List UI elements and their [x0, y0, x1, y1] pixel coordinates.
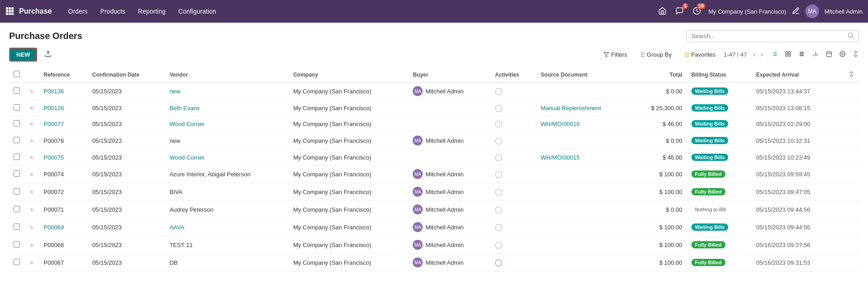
order-reference[interactable]: P00067: [44, 259, 64, 266]
source-document[interactable]: WH/MO/00015: [541, 154, 580, 161]
activities-cell[interactable]: ◯: [490, 201, 536, 218]
vendor-name[interactable]: Wood Corner: [169, 154, 204, 161]
row-checkbox[interactable]: [14, 241, 20, 247]
avatar[interactable]: MA: [805, 5, 819, 18]
row-checkbox[interactable]: [14, 137, 20, 143]
activity-clock-icon[interactable]: ◯: [495, 170, 503, 178]
prev-page-button[interactable]: ‹: [751, 50, 757, 59]
activities-cell[interactable]: ◯: [490, 254, 536, 272]
settings-cog-button[interactable]: [837, 49, 848, 60]
company-name[interactable]: My Company (San Francisco): [708, 8, 786, 15]
order-reference[interactable]: P00136: [44, 88, 64, 95]
row-checkbox[interactable]: [14, 188, 20, 194]
select-all-checkbox[interactable]: [14, 71, 20, 77]
chart-view-button[interactable]: [810, 49, 821, 60]
col-settings-icon[interactable]: [848, 72, 854, 78]
order-reference[interactable]: P00071: [44, 206, 64, 213]
source-document: [536, 132, 631, 150]
source-document[interactable]: Manual Replenishment: [541, 105, 601, 112]
activity-clock-icon[interactable]: ◯: [495, 205, 503, 213]
table-row: ★P0006905/15/2023AAVAMy Company (San Fra…: [9, 218, 859, 236]
activity-clock-icon[interactable]: ◯: [495, 241, 503, 248]
column-adjust-icon[interactable]: [853, 51, 859, 58]
next-page-button[interactable]: ›: [759, 50, 764, 59]
activities-cell[interactable]: ◯: [490, 236, 536, 254]
activities-cell[interactable]: ◯: [490, 218, 536, 236]
row-checkbox[interactable]: [14, 120, 20, 126]
activity-clock-icon[interactable]: ◯: [495, 223, 503, 231]
favorite-star[interactable]: ★: [29, 121, 35, 127]
row-checkbox[interactable]: [14, 259, 20, 265]
new-button[interactable]: NEW: [9, 48, 37, 62]
favorite-star[interactable]: ★: [29, 171, 35, 178]
order-reference[interactable]: P00068: [44, 242, 64, 248]
row-checkbox[interactable]: [14, 87, 20, 94]
table-row: ★P0007505/15/2023Wood CornerMy Company (…: [9, 150, 859, 165]
calendar-view-button[interactable]: [824, 49, 834, 60]
order-reference[interactable]: P00077: [44, 121, 64, 127]
menu-orders[interactable]: Orders: [63, 5, 93, 18]
activity-clock-icon[interactable]: ◯: [495, 188, 503, 195]
row-checkbox[interactable]: [14, 170, 20, 177]
username[interactable]: Mitchell Admin: [824, 8, 863, 15]
app-name[interactable]: Purchase: [19, 7, 52, 15]
vendor-name[interactable]: Wood Corner: [169, 121, 204, 127]
chat-icon-btn[interactable]: 6: [674, 5, 686, 18]
activity-icon-btn[interactable]: 59: [691, 5, 703, 18]
favorite-star[interactable]: ★: [29, 189, 35, 195]
favorites-button[interactable]: Favorites: [680, 49, 719, 60]
home-icon-btn[interactable]: [656, 5, 668, 18]
menu-products[interactable]: Products: [95, 5, 131, 18]
order-reference[interactable]: P00074: [44, 171, 64, 178]
activity-clock-icon[interactable]: ◯: [495, 120, 503, 127]
activities-cell[interactable]: ◯: [490, 82, 536, 100]
vendor-name[interactable]: new: [169, 88, 180, 95]
row-checkbox[interactable]: [14, 206, 20, 212]
order-reference[interactable]: P00069: [44, 224, 64, 231]
vendor-name[interactable]: AAVA: [169, 224, 184, 231]
favorite-star[interactable]: ★: [29, 105, 35, 112]
favorite-star[interactable]: ★: [29, 224, 35, 231]
favorite-star[interactable]: ★: [29, 242, 35, 248]
activity-clock-icon[interactable]: ◯: [495, 258, 503, 266]
order-reference[interactable]: P00128: [44, 105, 64, 112]
activities-cell[interactable]: ◯: [490, 150, 536, 165]
activity-clock-icon[interactable]: ◯: [495, 104, 503, 112]
group-by-button[interactable]: Group By: [636, 49, 676, 60]
top-navigation: Purchase Orders Products Reporting Confi…: [0, 0, 868, 23]
order-reference[interactable]: P00076: [44, 137, 64, 144]
activity-clock-icon[interactable]: ◯: [495, 87, 503, 95]
grid-view-button[interactable]: [796, 49, 807, 60]
activities-cell[interactable]: ◯: [490, 100, 536, 116]
favorite-star[interactable]: ★: [29, 137, 35, 144]
favorite-star[interactable]: ★: [29, 259, 35, 266]
filters-button[interactable]: Filters: [600, 49, 631, 60]
source-document[interactable]: WH/MO/00016: [541, 121, 580, 127]
activities-cell[interactable]: ◯: [490, 132, 536, 150]
search-icon[interactable]: [848, 32, 854, 40]
activities-cell[interactable]: ◯: [490, 165, 536, 183]
billing-badge: Waiting Bills: [691, 87, 729, 95]
row-checkbox[interactable]: [14, 104, 20, 111]
favorite-star[interactable]: ★: [29, 88, 35, 95]
favorite-star[interactable]: ★: [29, 206, 35, 213]
menu-reporting[interactable]: Reporting: [133, 5, 171, 18]
settings-icon[interactable]: [792, 7, 800, 16]
list-view-button[interactable]: [769, 49, 780, 60]
activities-cell[interactable]: ◯: [490, 116, 536, 132]
activities-cell[interactable]: ◯: [490, 183, 536, 201]
vendor-name[interactable]: Beth Evans: [169, 105, 200, 112]
kanban-view-button[interactable]: [783, 49, 794, 60]
order-total: $ 100.00: [631, 183, 687, 201]
grid-menu-icon[interactable]: [5, 7, 14, 16]
activity-clock-icon[interactable]: ◯: [495, 153, 503, 161]
activity-clock-icon[interactable]: ◯: [495, 136, 503, 144]
search-input[interactable]: [691, 33, 848, 39]
favorite-star[interactable]: ★: [29, 154, 35, 161]
row-checkbox[interactable]: [14, 154, 20, 160]
row-checkbox[interactable]: [14, 223, 20, 230]
order-reference[interactable]: P00072: [44, 189, 64, 195]
menu-configuration[interactable]: Configuration: [173, 5, 222, 18]
upload-button[interactable]: [41, 49, 55, 61]
order-reference[interactable]: P00075: [44, 154, 64, 161]
